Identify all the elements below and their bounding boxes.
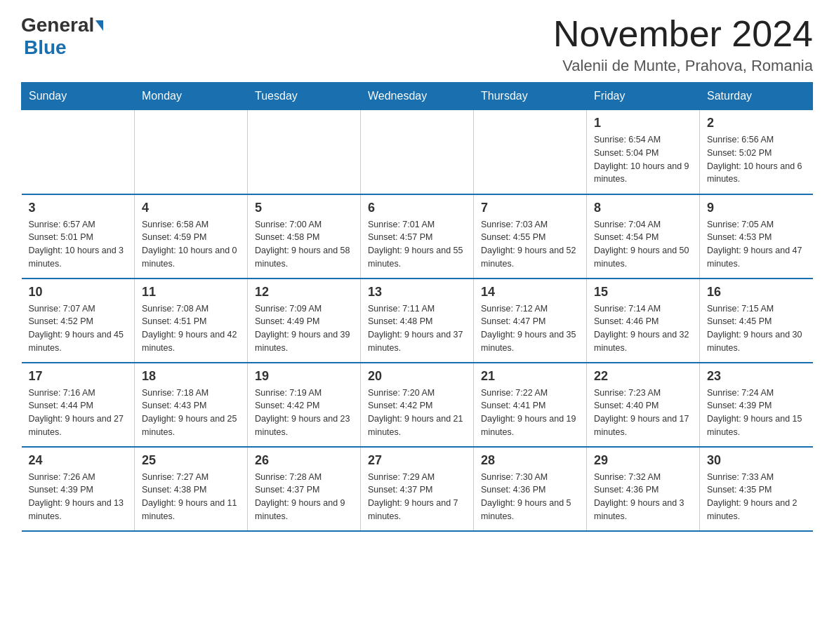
calendar-day-cell: 1Sunrise: 6:54 AMSunset: 5:04 PMDaylight… bbox=[587, 110, 700, 194]
day-number: 15 bbox=[594, 285, 692, 300]
calendar-week-row: 17Sunrise: 7:16 AMSunset: 4:44 PMDayligh… bbox=[22, 363, 813, 447]
page-header: General Blue November 2024 Valenii de Mu… bbox=[21, 14, 813, 75]
day-number: 2 bbox=[707, 116, 806, 130]
day-number: 30 bbox=[707, 453, 806, 468]
day-info: Sunrise: 7:27 AMSunset: 4:38 PMDaylight:… bbox=[142, 471, 240, 523]
calendar-header-sunday: Sunday bbox=[22, 83, 135, 110]
month-title: November 2024 bbox=[553, 14, 813, 54]
logo-general-text: General bbox=[21, 14, 94, 36]
day-info: Sunrise: 7:24 AMSunset: 4:39 PMDaylight:… bbox=[707, 387, 806, 439]
calendar-day-cell: 15Sunrise: 7:14 AMSunset: 4:46 PMDayligh… bbox=[587, 279, 700, 363]
day-info: Sunrise: 7:29 AMSunset: 4:37 PMDaylight:… bbox=[368, 471, 466, 523]
day-info: Sunrise: 7:33 AMSunset: 4:35 PMDaylight:… bbox=[707, 471, 806, 523]
calendar-day-cell: 23Sunrise: 7:24 AMSunset: 4:39 PMDayligh… bbox=[700, 363, 813, 447]
day-number: 19 bbox=[255, 369, 353, 384]
day-info: Sunrise: 7:12 AMSunset: 4:47 PMDaylight:… bbox=[481, 302, 579, 355]
calendar-day-cell: 17Sunrise: 7:16 AMSunset: 4:44 PMDayligh… bbox=[22, 363, 135, 447]
calendar-day-cell: 25Sunrise: 7:27 AMSunset: 4:38 PMDayligh… bbox=[135, 447, 248, 531]
day-number: 14 bbox=[481, 285, 579, 300]
day-info: Sunrise: 6:54 AMSunset: 5:04 PMDaylight:… bbox=[594, 133, 692, 186]
calendar-header-row: SundayMondayTuesdayWednesdayThursdayFrid… bbox=[22, 83, 813, 110]
day-number: 21 bbox=[481, 369, 579, 384]
day-info: Sunrise: 7:04 AMSunset: 4:54 PMDaylight:… bbox=[594, 218, 692, 271]
day-info: Sunrise: 7:00 AMSunset: 4:58 PMDaylight:… bbox=[255, 218, 353, 271]
day-number: 18 bbox=[142, 369, 240, 384]
day-info: Sunrise: 7:22 AMSunset: 4:41 PMDaylight:… bbox=[481, 387, 579, 439]
day-info: Sunrise: 7:01 AMSunset: 4:57 PMDaylight:… bbox=[368, 218, 466, 271]
calendar-header-tuesday: Tuesday bbox=[248, 83, 361, 110]
day-number: 8 bbox=[594, 201, 692, 215]
calendar-day-cell: 16Sunrise: 7:15 AMSunset: 4:45 PMDayligh… bbox=[700, 279, 813, 363]
calendar-day-cell: 18Sunrise: 7:18 AMSunset: 4:43 PMDayligh… bbox=[135, 363, 248, 447]
day-number: 25 bbox=[142, 453, 240, 468]
day-number: 3 bbox=[29, 201, 128, 215]
calendar-day-cell bbox=[248, 110, 361, 194]
day-number: 10 bbox=[29, 285, 128, 300]
calendar-day-cell: 7Sunrise: 7:03 AMSunset: 4:55 PMDaylight… bbox=[474, 194, 587, 279]
day-info: Sunrise: 7:19 AMSunset: 4:42 PMDaylight:… bbox=[255, 387, 353, 439]
day-info: Sunrise: 6:58 AMSunset: 4:59 PMDaylight:… bbox=[142, 218, 240, 271]
day-number: 5 bbox=[255, 201, 353, 215]
calendar-day-cell: 8Sunrise: 7:04 AMSunset: 4:54 PMDaylight… bbox=[587, 194, 700, 279]
calendar-day-cell: 26Sunrise: 7:28 AMSunset: 4:37 PMDayligh… bbox=[248, 447, 361, 531]
day-number: 12 bbox=[255, 285, 353, 300]
day-info: Sunrise: 7:05 AMSunset: 4:53 PMDaylight:… bbox=[707, 218, 806, 271]
calendar-day-cell: 30Sunrise: 7:33 AMSunset: 4:35 PMDayligh… bbox=[700, 447, 813, 531]
day-number: 28 bbox=[481, 453, 579, 468]
day-number: 11 bbox=[142, 285, 240, 300]
calendar-day-cell: 11Sunrise: 7:08 AMSunset: 4:51 PMDayligh… bbox=[135, 279, 248, 363]
calendar-week-row: 3Sunrise: 6:57 AMSunset: 5:01 PMDaylight… bbox=[22, 194, 813, 279]
calendar-day-cell: 3Sunrise: 6:57 AMSunset: 5:01 PMDaylight… bbox=[22, 194, 135, 279]
calendar-day-cell: 6Sunrise: 7:01 AMSunset: 4:57 PMDaylight… bbox=[361, 194, 474, 279]
calendar-header-wednesday: Wednesday bbox=[361, 83, 474, 110]
day-number: 27 bbox=[368, 453, 466, 468]
calendar-day-cell: 9Sunrise: 7:05 AMSunset: 4:53 PMDaylight… bbox=[700, 194, 813, 279]
day-info: Sunrise: 7:30 AMSunset: 4:36 PMDaylight:… bbox=[481, 471, 579, 523]
calendar-header-saturday: Saturday bbox=[700, 83, 813, 110]
logo: General Blue bbox=[21, 14, 103, 59]
calendar-day-cell: 10Sunrise: 7:07 AMSunset: 4:52 PMDayligh… bbox=[22, 279, 135, 363]
calendar-day-cell: 5Sunrise: 7:00 AMSunset: 4:58 PMDaylight… bbox=[248, 194, 361, 279]
calendar-day-cell bbox=[135, 110, 248, 194]
calendar-header-friday: Friday bbox=[587, 83, 700, 110]
calendar-day-cell: 13Sunrise: 7:11 AMSunset: 4:48 PMDayligh… bbox=[361, 279, 474, 363]
day-info: Sunrise: 7:32 AMSunset: 4:36 PMDaylight:… bbox=[594, 471, 692, 523]
day-number: 7 bbox=[481, 201, 579, 215]
day-info: Sunrise: 7:26 AMSunset: 4:39 PMDaylight:… bbox=[29, 471, 128, 523]
day-info: Sunrise: 7:20 AMSunset: 4:42 PMDaylight:… bbox=[368, 387, 466, 439]
calendar-day-cell: 22Sunrise: 7:23 AMSunset: 4:40 PMDayligh… bbox=[587, 363, 700, 447]
day-number: 23 bbox=[707, 369, 806, 384]
calendar-day-cell: 27Sunrise: 7:29 AMSunset: 4:37 PMDayligh… bbox=[361, 447, 474, 531]
day-number: 6 bbox=[368, 201, 466, 215]
calendar-day-cell: 19Sunrise: 7:19 AMSunset: 4:42 PMDayligh… bbox=[248, 363, 361, 447]
day-number: 26 bbox=[255, 453, 353, 468]
calendar-week-row: 1Sunrise: 6:54 AMSunset: 5:04 PMDaylight… bbox=[22, 110, 813, 194]
day-info: Sunrise: 6:56 AMSunset: 5:02 PMDaylight:… bbox=[707, 133, 806, 186]
day-info: Sunrise: 7:08 AMSunset: 4:51 PMDaylight:… bbox=[142, 302, 240, 355]
day-info: Sunrise: 7:03 AMSunset: 4:55 PMDaylight:… bbox=[481, 218, 579, 271]
day-info: Sunrise: 6:57 AMSunset: 5:01 PMDaylight:… bbox=[29, 218, 128, 271]
calendar-header-monday: Monday bbox=[135, 83, 248, 110]
calendar-day-cell: 12Sunrise: 7:09 AMSunset: 4:49 PMDayligh… bbox=[248, 279, 361, 363]
calendar-day-cell: 14Sunrise: 7:12 AMSunset: 4:47 PMDayligh… bbox=[474, 279, 587, 363]
day-number: 13 bbox=[368, 285, 466, 300]
location-subtitle: Valenii de Munte, Prahova, Romania bbox=[553, 57, 813, 75]
day-number: 29 bbox=[594, 453, 692, 468]
day-number: 16 bbox=[707, 285, 806, 300]
day-info: Sunrise: 7:14 AMSunset: 4:46 PMDaylight:… bbox=[594, 302, 692, 355]
calendar-day-cell bbox=[22, 110, 135, 194]
day-info: Sunrise: 7:11 AMSunset: 4:48 PMDaylight:… bbox=[368, 302, 466, 355]
day-number: 24 bbox=[29, 453, 128, 468]
day-number: 20 bbox=[368, 369, 466, 384]
day-number: 4 bbox=[142, 201, 240, 215]
calendar-day-cell bbox=[474, 110, 587, 194]
calendar-table: SundayMondayTuesdayWednesdayThursdayFrid… bbox=[21, 82, 813, 532]
day-info: Sunrise: 7:28 AMSunset: 4:37 PMDaylight:… bbox=[255, 471, 353, 523]
day-info: Sunrise: 7:07 AMSunset: 4:52 PMDaylight:… bbox=[29, 302, 128, 355]
calendar-day-cell: 21Sunrise: 7:22 AMSunset: 4:41 PMDayligh… bbox=[474, 363, 587, 447]
calendar-day-cell bbox=[361, 110, 474, 194]
calendar-header-thursday: Thursday bbox=[474, 83, 587, 110]
logo-blue-text: Blue bbox=[24, 36, 67, 59]
calendar-day-cell: 2Sunrise: 6:56 AMSunset: 5:02 PMDaylight… bbox=[700, 110, 813, 194]
day-number: 17 bbox=[29, 369, 128, 384]
